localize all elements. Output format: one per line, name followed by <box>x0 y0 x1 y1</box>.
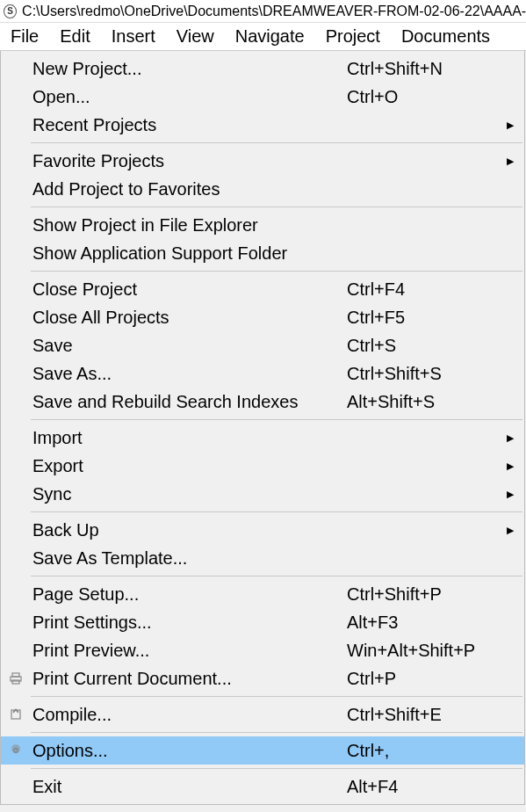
menu-item-label: Save and Rebuild Search Indexes <box>32 392 347 412</box>
menu-item-label: Export <box>32 456 505 476</box>
menu-item-export[interactable]: Export▶ <box>1 452 524 480</box>
menu-item-label: Compile... <box>32 705 347 725</box>
menubar-item-file[interactable]: File <box>0 24 49 49</box>
menu-item-save-as[interactable]: Save As...Ctrl+Shift+S <box>1 359 524 388</box>
menubar-item-view[interactable]: View <box>166 24 225 49</box>
menu-item-label: Print Preview... <box>32 641 347 661</box>
menu-item-label: Close Project <box>32 279 347 300</box>
app-icon: S <box>4 4 17 18</box>
menu-item-shortcut: Win+Alt+Shift+P <box>347 641 505 661</box>
compile-icon <box>8 707 24 722</box>
menu-item-label: Options... <box>32 741 347 761</box>
menu-item-save[interactable]: SaveCtrl+S <box>1 331 524 359</box>
menu-item-shortcut: Alt+Shift+S <box>347 392 505 412</box>
menu-item-page-setup[interactable]: Page Setup...Ctrl+Shift+P <box>1 580 524 608</box>
menu-item-label: Print Settings... <box>32 613 347 633</box>
chevron-right-icon: ▶ <box>507 460 514 472</box>
menu-item-label: Close All Projects <box>32 308 347 328</box>
chevron-right-icon: ▶ <box>507 432 514 444</box>
menu-item-shortcut: Alt+F3 <box>347 613 505 633</box>
menu-item-save-as-template[interactable]: Save As Template... <box>1 544 524 572</box>
menu-separator <box>31 271 522 272</box>
menu-item-shortcut: Ctrl+S <box>347 336 505 356</box>
menu-item-close-all-projects[interactable]: Close All ProjectsCtrl+F5 <box>1 303 524 331</box>
menu-item-close-project[interactable]: Close ProjectCtrl+F4 <box>1 275 524 303</box>
menu-item-add-project-to-favorites[interactable]: Add Project to Favorites <box>1 175 524 203</box>
menu-item-show-application-support-folder[interactable]: Show Application Support Folder <box>1 239 524 267</box>
menu-item-label: Recent Projects <box>32 115 505 135</box>
menu-separator <box>31 732 522 733</box>
menu-separator <box>31 696 522 697</box>
menu-item-shortcut: Ctrl+Shift+E <box>347 705 505 725</box>
chevron-right-icon: ▶ <box>507 525 514 536</box>
menu-item-shortcut: Ctrl+F4 <box>347 279 505 300</box>
menu-separator <box>31 142 522 143</box>
file-menu-dropdown: New Project...Ctrl+Shift+NOpen...Ctrl+OR… <box>0 51 525 805</box>
menu-item-new-project[interactable]: New Project...Ctrl+Shift+N <box>1 54 524 83</box>
menu-item-favorite-projects[interactable]: Favorite Projects▶ <box>1 147 524 175</box>
menu-item-shortcut: Ctrl+F5 <box>347 308 505 328</box>
print-icon <box>8 671 24 686</box>
chevron-right-icon: ▶ <box>507 156 514 167</box>
gear-icon <box>8 743 24 758</box>
menu-item-label: Import <box>32 428 505 448</box>
menu-item-label: Favorite Projects <box>32 151 505 171</box>
titlebar: S C:\Users\redmo\OneDrive\Documents\DREA… <box>0 0 526 23</box>
menu-item-label: Save As Template... <box>32 548 505 569</box>
svg-rect-2 <box>12 680 19 684</box>
menubar-item-insert[interactable]: Insert <box>101 24 166 49</box>
menu-item-exit[interactable]: ExitAlt+F4 <box>1 772 524 801</box>
menu-separator <box>31 207 522 207</box>
menu-item-back-up[interactable]: Back Up▶ <box>1 516 524 544</box>
menu-item-shortcut: Ctrl+Shift+S <box>347 364 505 384</box>
menu-item-print-preview[interactable]: Print Preview...Win+Alt+Shift+P <box>1 636 524 664</box>
chevron-right-icon: ▶ <box>507 489 514 500</box>
menu-separator <box>31 511 522 512</box>
menu-item-label: Open... <box>32 87 347 107</box>
chevron-right-icon: ▶ <box>507 120 514 131</box>
menu-separator <box>31 576 522 576</box>
menu-item-show-project-in-file-explorer[interactable]: Show Project in File Explorer <box>1 211 524 239</box>
menu-item-label: Add Project to Favorites <box>32 179 505 199</box>
menu-item-shortcut: Ctrl+P <box>347 669 505 689</box>
menu-item-shortcut: Ctrl+O <box>347 87 505 107</box>
menu-item-open[interactable]: Open...Ctrl+O <box>1 83 524 111</box>
menubar-item-edit[interactable]: Edit <box>49 24 100 49</box>
menu-item-shortcut: Ctrl+Shift+P <box>347 584 505 605</box>
menu-separator <box>31 768 522 769</box>
menu-separator <box>31 419 522 420</box>
menu-item-label: Show Project in File Explorer <box>32 215 505 236</box>
menu-item-label: Save As... <box>32 364 347 384</box>
menu-item-label: New Project... <box>32 59 347 79</box>
menubar-item-navigate[interactable]: Navigate <box>225 24 315 49</box>
titlebar-path: C:\Users\redmo\OneDrive\Documents\DREAMW… <box>22 4 526 19</box>
menu-item-print-settings[interactable]: Print Settings...Alt+F3 <box>1 608 524 636</box>
menu-item-label: Print Current Document... <box>32 669 347 689</box>
menu-item-label: Exit <box>32 777 347 797</box>
menu-item-recent-projects[interactable]: Recent Projects▶ <box>1 111 524 139</box>
menu-item-save-and-rebuild-search-indexes[interactable]: Save and Rebuild Search IndexesAlt+Shift… <box>1 388 524 416</box>
menu-item-shortcut: Ctrl+, <box>347 741 505 761</box>
menu-item-shortcut: Alt+F4 <box>347 777 505 797</box>
menu-item-label: Sync <box>32 484 505 504</box>
menu-item-label: Show Application Support Folder <box>32 243 505 264</box>
menu-item-label: Back Up <box>32 520 505 540</box>
menu-item-options[interactable]: Options...Ctrl+, <box>1 736 524 765</box>
svg-rect-3 <box>11 710 20 719</box>
menu-item-import[interactable]: Import▶ <box>1 424 524 452</box>
menubar-item-documents[interactable]: Documents <box>391 24 501 49</box>
menu-item-print-current-document[interactable]: Print Current Document...Ctrl+P <box>1 664 524 692</box>
menubar: FileEditInsertViewNavigateProjectDocumen… <box>0 23 526 51</box>
menu-item-label: Page Setup... <box>32 584 347 605</box>
menubar-item-project[interactable]: Project <box>315 24 391 49</box>
menu-item-sync[interactable]: Sync▶ <box>1 480 524 508</box>
menu-item-label: Save <box>32 336 347 356</box>
menu-item-shortcut: Ctrl+Shift+N <box>347 59 505 79</box>
menu-item-compile[interactable]: Compile...Ctrl+Shift+E <box>1 700 524 729</box>
